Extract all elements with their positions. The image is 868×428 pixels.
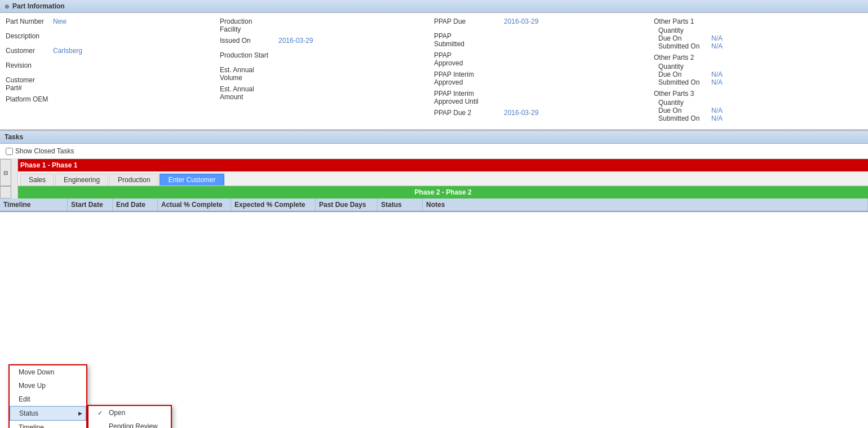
col-header-timeline: Timeline [0,198,68,211]
tab-sales[interactable]: Sales [20,174,54,186]
col-header-notes: Notes [423,198,868,211]
phase2-spacer [0,186,11,198]
other-parts-2-quantity-row: Quantity [654,63,862,70]
phase1-drag-handle [11,159,18,186]
submenu-item-pending-review-label: Pending Review [109,422,158,428]
phase2-label: Phase 2 - Phase 2 [414,188,471,196]
other-parts-1-quantity-row: Quantity [654,27,862,34]
revision-row: Revision [6,61,220,73]
part-info-body: Part Number New Description Customer Car… [0,13,868,130]
part-number-row: Part Number New [6,17,220,29]
other-parts-1-quantity-label: Quantity [658,27,709,34]
est-annual-amount-label: Est. AnnualAmount [220,85,276,101]
ppap-fields-col: PPAP Due 2016-03-29 PPAPSubmitted PPAPAp… [434,17,648,125]
ppap-due2-value: 2016-03-29 [504,109,538,117]
status-submenu: ✓ Open Pending Review Closed Re-Opened [87,405,172,428]
ppap-due2-label: PPAP Due 2 [434,109,502,117]
issued-on-row: Issued On 2016-03-29 [220,37,434,48]
phase2-drag [11,186,18,198]
ppap-interim-approved-until-label: PPAP InterimApproved Until [434,90,502,105]
menu-item-move-down[interactable]: Move Down [10,365,86,379]
phase1-bar: Phase 1 - Phase 1 [18,159,868,171]
ppap-due-value: 2016-03-29 [504,17,538,25]
production-facility-row: ProductionFacility [220,17,434,33]
other-parts-1-dueon-value: N/A [711,34,723,42]
customer-row: Customer Carlsberg [6,47,220,58]
phase1-row: ⊟ Phase 1 - Phase 1 Sales Engineering Pr… [0,159,868,186]
show-closed-tasks-checkbox[interactable] [6,148,13,155]
other-parts-2-submittedon-label: Submitted On [658,78,709,86]
ppap-due-label: PPAP Due [434,17,502,25]
phase1-tab-bar: Sales Engineering Production Enter Custo… [18,171,868,186]
customer-part-row: CustomerPart# [6,76,220,92]
tab-engineering[interactable]: Engineering [55,174,108,186]
tab-enter-customer[interactable]: Enter Customer [160,174,224,186]
phase1-label: Phase 1 - Phase 1 [20,161,77,169]
show-closed-tasks-label[interactable]: Show Closed Tasks [6,147,74,155]
other-parts-1-submittedon-row: Submitted On N/A [654,42,862,50]
menu-item-timeline[interactable]: Timeline [10,421,86,428]
part-info-title: Part Information [12,2,65,10]
other-parts-3-dueon-row: Due On N/A [654,107,862,114]
main-container: ⊕ Part Information Part Number New Descr… [0,0,868,428]
issued-on-label: Issued On [220,37,276,45]
description-label: Description [6,32,51,40]
ppap-interim-approved-row: PPAP InterimApproved [434,70,648,86]
tab-production[interactable]: Production [109,174,158,186]
submenu-item-open-label: Open [109,409,125,417]
other-parts-1-submittedon-label: Submitted On [658,42,709,50]
phase1-content: Phase 1 - Phase 1 Sales Engineering Prod… [18,159,868,186]
other-parts-3-quantity-label: Quantity [658,99,709,107]
issued-on-value: 2016-03-29 [278,37,313,45]
other-parts-1-dueon-label: Due On [658,34,709,42]
other-parts-2-submittedon-row: Submitted On N/A [654,78,862,86]
other-parts-2-dueon-row: Due On N/A [654,70,862,78]
ppap-submitted-label: PPAPSubmitted [434,32,502,48]
col-header-pastdue: Past Due Days [316,198,378,211]
other-parts-3-submittedon-row: Submitted On N/A [654,114,862,122]
menu-item-move-up[interactable]: Move Up [10,379,86,392]
other-parts-3-submittedon-label: Submitted On [658,114,709,122]
phase1-collapse-btn[interactable]: ⊟ [0,159,11,186]
est-annual-amount-row: Est. AnnualAmount [220,85,434,101]
menu-item-edit[interactable]: Edit [10,392,86,406]
tasks-title: Tasks [5,133,23,141]
open-checkmark: ✓ [98,409,105,417]
submenu-item-open[interactable]: ✓ Open [88,406,171,420]
est-annual-volume-label: Est. AnnualVolume [220,66,276,82]
production-facility-label: ProductionFacility [220,17,276,33]
description-row: Description [6,32,220,43]
tasks-toolbar: Show Closed Tasks [0,144,868,159]
col-header-enddate: End Date [113,198,158,211]
ppap-due2-row: PPAP Due 2 2016-03-29 [434,109,648,120]
other-parts-2-dueon-value: N/A [711,70,723,78]
production-start-row: Production Start [220,51,434,63]
part-info-header: ⊕ Part Information [0,0,868,13]
phase2-content: Phase 2 - Phase 2 [18,186,868,198]
col-header-startdate: Start Date [68,198,113,211]
menu-item-move-up-label: Move Up [19,382,46,390]
show-closed-tasks-text: Show Closed Tasks [15,147,74,155]
other-parts-col: Other Parts 1 Quantity Due On N/A Submit… [648,17,862,125]
tasks-header: Tasks [0,130,868,144]
other-parts-3-submittedon-value: N/A [711,114,723,122]
col-header-expected: Expected % Complete [231,198,316,211]
menu-item-timeline-label: Timeline [19,423,44,428]
est-annual-volume-row: Est. AnnualVolume [220,66,434,82]
menu-item-status-label: Status [19,409,38,417]
ppap-interim-approved-label: PPAP InterimApproved [434,70,502,86]
phase2-bar: Phase 2 - Phase 2 [18,186,868,198]
menu-item-status[interactable]: Status [10,406,86,421]
other-parts-3-dueon-value: N/A [711,107,723,114]
other-parts-3-dueon-label: Due On [658,107,709,114]
ppap-approved-label: PPAPApproved [434,51,502,67]
other-parts-2-section: Other Parts 2 Quantity Due On N/A Submit… [654,54,862,86]
other-parts-2-submittedon-value: N/A [711,78,723,86]
other-parts-2-quantity-label: Quantity [658,63,709,70]
menu-item-edit-label: Edit [19,395,30,403]
part-fields-col: Part Number New Description Customer Car… [6,17,220,125]
other-parts-3-quantity-row: Quantity [654,99,862,107]
submenu-item-pending-review[interactable]: Pending Review [88,420,171,428]
col-header-actual: Actual % Complete [158,198,231,211]
other-parts-1-section: Other Parts 1 Quantity Due On N/A Submit… [654,17,862,50]
